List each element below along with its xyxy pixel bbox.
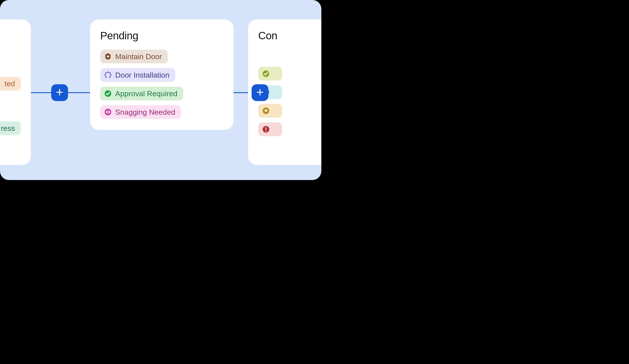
stage-card-previous: ted ress [0, 19, 31, 165]
spinner-icon [104, 71, 112, 79]
status-tag-door-installation[interactable]: Door Installation [100, 68, 175, 82]
tag-list: ted ress [0, 77, 21, 135]
star-circle-icon [262, 107, 270, 115]
stage-title: Pending [100, 29, 223, 42]
status-tag[interactable]: ted [0, 77, 21, 91]
alert-circle-icon [262, 125, 270, 133]
stage-card-pending: Pending Maintain Door Door Installation [90, 19, 233, 130]
add-stage-button-left[interactable] [51, 84, 68, 101]
check-circle-icon [104, 90, 112, 97]
status-tag[interactable] [258, 122, 282, 136]
tag-label: ted [5, 80, 15, 87]
stage-title: Con [258, 29, 321, 42]
viewport: ted ress Pending Maintain Door [0, 0, 321, 180]
tag-list: Maintain Door Door Installation Approval… [100, 50, 223, 119]
status-tag-maintain-door[interactable]: Maintain Door [100, 50, 168, 63]
tag-label: Door Installation [115, 71, 169, 79]
nut-icon [104, 53, 112, 60]
tag-label: ress [1, 124, 15, 132]
status-tag[interactable] [258, 104, 282, 118]
add-stage-button-right[interactable] [252, 84, 268, 101]
workflow-stage: ted ress Pending Maintain Door [0, 0, 321, 180]
check-circle-icon [262, 70, 270, 77]
tag-list [258, 67, 321, 136]
status-tag[interactable] [258, 67, 282, 81]
status-tag-snagging-needed[interactable]: Snagging Needed [100, 105, 181, 119]
status-tag[interactable]: ress [0, 121, 21, 135]
eye-icon [104, 108, 112, 116]
tag-label: Snagging Needed [115, 108, 175, 116]
tag-label: Approval Required [115, 90, 177, 97]
plus-icon [256, 89, 264, 97]
plus-icon [56, 89, 63, 97]
tag-label: Maintain Door [115, 53, 162, 60]
status-tag-approval-required[interactable]: Approval Required [100, 87, 183, 100]
